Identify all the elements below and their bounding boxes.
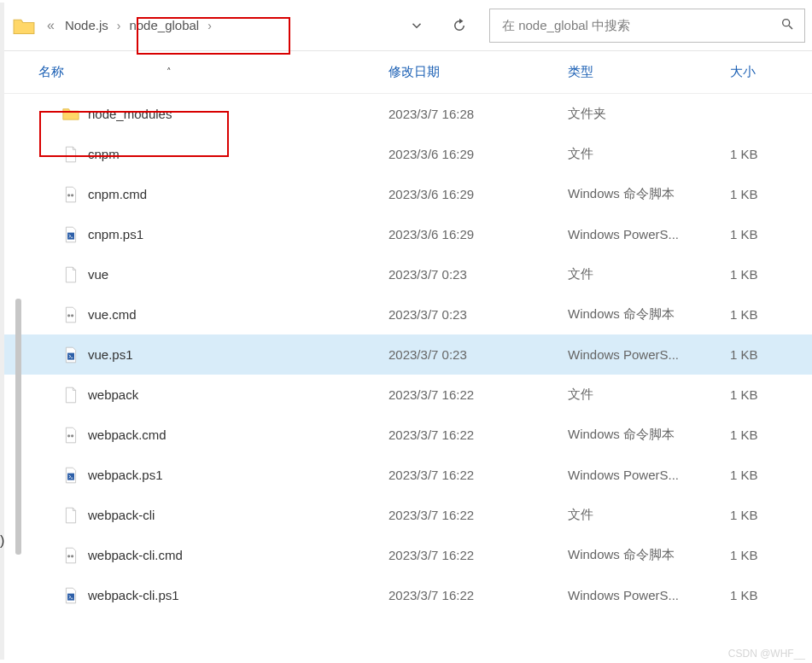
file-size: 1 KB: [730, 227, 812, 241]
cmd-icon: [62, 427, 79, 444]
table-row[interactable]: cnpm.cmd2023/3/6 16:29Windows 命令脚本1 KB: [0, 174, 812, 214]
svg-point-11: [67, 555, 70, 557]
file-date: 2023/3/7 16:28: [388, 107, 568, 121]
file-size: 1 KB: [730, 508, 812, 522]
ps1-icon: [62, 226, 79, 243]
search-icon[interactable]: [780, 17, 794, 33]
file-size: 1 KB: [730, 347, 812, 362]
file-type: Windows 命令脚本: [568, 306, 730, 323]
file-date: 2023/3/7 0:23: [388, 267, 568, 282]
svg-point-5: [67, 314, 70, 317]
column-header-date[interactable]: 修改日期: [388, 64, 568, 80]
column-header-name[interactable]: 名称 ˄: [38, 64, 388, 80]
file-type: Windows 命令脚本: [568, 186, 730, 202]
watermark: CSDN @WHF__: [728, 648, 805, 660]
file-size: 1 KB: [730, 427, 812, 442]
column-headers: 名称 ˄ 修改日期 类型 大小: [0, 51, 812, 94]
refresh-button[interactable]: [438, 0, 481, 51]
file-size: 1 KB: [730, 468, 812, 482]
file-size: 1 KB: [730, 187, 812, 201]
file-name: webpack: [88, 387, 138, 402]
file-date: 2023/3/6 16:29: [388, 227, 568, 241]
annotation-highlight: [137, 17, 290, 55]
file-type: Windows PowerS...: [568, 468, 730, 482]
svg-point-2: [67, 194, 70, 196]
cmd-icon: [62, 306, 79, 323]
file-size: 1 KB: [730, 588, 812, 602]
file-name: vue: [88, 267, 108, 282]
ps1-icon: [62, 587, 79, 604]
table-row[interactable]: webpack-cli.ps12023/3/7 16:22Windows Pow…: [0, 575, 812, 615]
file-date: 2023/3/7 0:23: [388, 347, 568, 362]
file-type: Windows 命令脚本: [568, 427, 730, 443]
file-date: 2023/3/7 16:22: [388, 508, 568, 522]
table-row[interactable]: vue.ps12023/3/7 0:23Windows PowerS...1 K…: [0, 334, 812, 375]
table-row[interactable]: webpack.cmd2023/3/7 16:22Windows 命令脚本1 K…: [0, 415, 812, 455]
file-name: webpack-cli.cmd: [88, 548, 183, 562]
table-row[interactable]: webpack2023/3/7 16:22文件1 KB: [0, 375, 812, 415]
table-row[interactable]: cnpm.ps12023/3/6 16:29Windows PowerS...1…: [0, 214, 812, 254]
table-row[interactable]: vue.cmd2023/3/7 0:23Windows 命令脚本1 KB: [0, 294, 812, 334]
svg-point-12: [71, 555, 73, 557]
file-date: 2023/3/7 16:22: [388, 427, 568, 442]
file-name: vue.cmd: [88, 307, 137, 322]
table-row[interactable]: vue2023/3/7 0:23文件1 KB: [0, 254, 812, 294]
file-type: Windows PowerS...: [568, 227, 730, 241]
column-header-type[interactable]: 类型: [568, 64, 730, 80]
file-list: node_modules2023/3/7 16:28文件夹cnpm2023/3/…: [0, 94, 812, 615]
file-type: 文件: [568, 146, 730, 162]
search-input[interactable]: [500, 17, 780, 33]
file-date: 2023/3/6 16:29: [388, 147, 568, 161]
ps1-icon: [62, 346, 79, 363]
file-size: 1 KB: [730, 548, 812, 562]
file-size: 1 KB: [730, 387, 812, 402]
file-type: Windows PowerS...: [568, 588, 730, 602]
cmd-icon: [62, 547, 79, 564]
file-date: 2023/3/7 16:22: [388, 588, 568, 602]
table-row[interactable]: webpack.ps12023/3/7 16:22Windows PowerS.…: [0, 455, 812, 495]
annotation-highlight: [39, 111, 229, 157]
cmd-icon: [62, 186, 79, 203]
svg-point-0: [783, 20, 790, 26]
file-type: 文件夹: [568, 106, 730, 122]
svg-line-1: [789, 26, 792, 29]
file-name: webpack-cli: [88, 508, 155, 522]
file-date: 2023/3/6 16:29: [388, 187, 568, 201]
breadcrumb-chevrons[interactable]: «: [47, 18, 55, 33]
folder-icon: [13, 17, 35, 34]
file-name: webpack.ps1: [88, 468, 163, 482]
file-date: 2023/3/7 0:23: [388, 307, 568, 322]
file-name: webpack.cmd: [88, 427, 166, 442]
file-date: 2023/3/7 16:22: [388, 387, 568, 402]
file-type: 文件: [568, 266, 730, 282]
file-size: 1 KB: [730, 307, 812, 322]
history-dropdown-button[interactable]: [395, 0, 438, 51]
search-box[interactable]: [489, 9, 805, 43]
file-icon: [62, 507, 79, 524]
column-header-size[interactable]: 大小: [730, 64, 812, 80]
svg-point-9: [71, 434, 73, 437]
file-size: 1 KB: [730, 147, 812, 161]
file-size: 1 KB: [730, 267, 812, 282]
svg-point-6: [71, 314, 73, 317]
breadcrumb-part-nodejs[interactable]: Node.js: [61, 16, 112, 34]
table-row[interactable]: webpack-cli.cmd2023/3/7 16:22Windows 命令脚…: [0, 535, 812, 575]
file-icon: [62, 266, 79, 283]
ps1-icon: [62, 467, 79, 484]
file-date: 2023/3/7 16:22: [388, 548, 568, 562]
sort-indicator-icon: ˄: [166, 67, 172, 78]
file-type: Windows PowerS...: [568, 347, 730, 362]
file-type: Windows 命令脚本: [568, 547, 730, 563]
file-name: cnpm.ps1: [88, 227, 143, 241]
svg-point-8: [67, 434, 70, 437]
file-icon: [62, 387, 79, 404]
file-name: cnpm.cmd: [88, 187, 147, 201]
address-toolbar: « Node.js › node_global ›: [0, 0, 812, 51]
file-type: 文件: [568, 507, 730, 523]
file-name: vue.ps1: [88, 347, 133, 362]
table-row[interactable]: webpack-cli2023/3/7 16:22文件1 KB: [0, 495, 812, 535]
file-type: 文件: [568, 387, 730, 403]
file-date: 2023/3/7 16:22: [388, 468, 568, 482]
svg-point-3: [71, 194, 73, 196]
chevron-right-icon: ›: [117, 19, 121, 32]
